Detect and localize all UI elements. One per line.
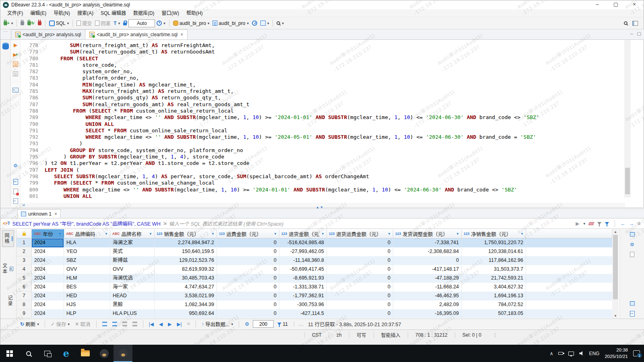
transaction-log-button[interactable]: ▾: [155, 20, 167, 27]
scroll-left-icon[interactable]: ◀: [21, 203, 25, 207]
code-line[interactable]: FROM (SELECT * FROM custom_online_sale_c…: [41, 180, 539, 186]
grid-cell[interactable]: 2024: [32, 292, 64, 300]
grid-cell[interactable]: -516,624,985.48: [279, 239, 327, 247]
table-row-5[interactable]: 52024HLM海澜优选30,485,703.430-8,695,921.930…: [17, 274, 612, 283]
database-selector[interactable]: audit_bi_pro▾: [172, 20, 211, 27]
code-line[interactable]: UNION ALL: [41, 121, 539, 128]
grid-cell[interactable]: 0: [327, 274, 393, 283]
grid-cell[interactable]: 2,274,894,947.2: [155, 239, 217, 247]
isolation-combo[interactable]: Auto: [128, 19, 155, 27]
grid-cell[interactable]: 150,640,159.5: [155, 247, 217, 256]
grid-cell[interactable]: 117,864,162.96: [462, 256, 526, 265]
chevron-down-icon[interactable]: ▾: [11, 21, 13, 25]
column-dropdown-icon[interactable]: ▼: [274, 232, 277, 236]
grid-cell[interactable]: -300,753.96: [279, 300, 327, 309]
grid-cell[interactable]: 784,072.52: [462, 300, 526, 309]
grid-cell[interactable]: 海一家: [110, 283, 155, 292]
taskbar-search-button[interactable]: [19, 345, 38, 362]
code-line[interactable]: FROM (SELECT * FROM custom_online_sale_r…: [41, 108, 539, 114]
grid-cell[interactable]: 2024: [32, 265, 64, 274]
grid-cell[interactable]: 2024: [32, 247, 64, 256]
tray-chevron-icon[interactable]: ∧: [550, 351, 553, 356]
code-line[interactable]: SUM(real_return_goods_amt) AS real_retur…: [41, 101, 539, 108]
grid-cell[interactable]: -1,331,338.71: [279, 283, 327, 292]
first-row-button[interactable]: |◀: [148, 321, 155, 328]
expand-query-icon[interactable]: ⇲: [163, 221, 167, 226]
code-line[interactable]: platform_order_no,: [41, 75, 539, 81]
rollback-button[interactable]: 回滚: [94, 19, 111, 27]
row-number[interactable]: 2: [17, 247, 32, 256]
column-dropdown-icon[interactable]: ▼: [321, 232, 324, 236]
chevron-down-icon[interactable]: ▾: [583, 222, 585, 226]
column-header-1[interactable]: ABC品牌编码▼: [64, 229, 110, 238]
grid-cell[interactable]: 0: [217, 239, 279, 247]
column-header-2[interactable]: ABC品牌名称▼: [110, 229, 155, 238]
grid-cell[interactable]: 0: [217, 283, 279, 292]
menu-item-4[interactable]: SQL 编辑器: [97, 9, 130, 17]
table-row-3[interactable]: 32024SBZ斯搏兹129,012,523.760-11,148,360.80…: [17, 256, 612, 265]
task-view-button[interactable]: [38, 345, 57, 362]
reconnect-button[interactable]: ↻: [26, 20, 35, 26]
view-tab-text[interactable]: A 文本: [2, 261, 14, 277]
grid-cell[interactable]: 129,012,523.76: [155, 256, 217, 265]
grid-cell[interactable]: 3,404,627.32: [462, 283, 526, 292]
save-button[interactable]: ✓保存▾: [50, 319, 71, 329]
menu-item-0[interactable]: 文件(F): [4, 9, 27, 17]
table-row-6[interactable]: 62024BES海一家4,747,634.270-1,331,338.710-1…: [17, 283, 612, 292]
menu-item-7[interactable]: 帮助(H): [183, 9, 206, 17]
grid-cell[interactable]: HEAD: [110, 292, 155, 300]
menu-item-5[interactable]: 数据库(D): [130, 9, 158, 17]
clear-filter-icon[interactable]: [588, 222, 594, 225]
dashboard-button[interactable]: [251, 20, 258, 27]
grid-cell[interactable]: 英式: [110, 247, 155, 256]
code-line[interactable]: SUM(return_goods_qty) AS return_goods_qt…: [41, 95, 539, 101]
grid-cell[interactable]: HED: [64, 292, 110, 300]
history-forward-icon[interactable]: →: [629, 221, 634, 226]
grid-cell[interactable]: 0: [327, 265, 393, 274]
prev-row-button[interactable]: ◀: [158, 321, 164, 328]
column-header-0[interactable]: ABC年份▼: [32, 229, 64, 238]
menu-item-2[interactable]: 导航(N): [50, 9, 74, 17]
speaker-icon[interactable]: [579, 351, 584, 356]
filter-input[interactable]: 输入一个 SQL 表达式来过滤结果 (使用 Ctrl+Space): [169, 220, 573, 227]
file-explorer-button[interactable]: [76, 345, 95, 362]
grid-cell[interactable]: -7,338,741: [393, 239, 462, 247]
splitter-collapse-icons[interactable]: ▲▼: [316, 206, 324, 209]
code-line[interactable]: WHERE mgclear_time <> '' AND SUBSTR(mgcl…: [41, 187, 539, 193]
grid-cell[interactable]: -27,993,462.05: [279, 247, 327, 256]
network-tray-icon[interactable]: [568, 352, 574, 356]
result-grid[interactable]: ABC年份▼ABC品牌编码▼ABC品牌名称▼123销售金额（元）▼123运费金额…: [17, 229, 612, 319]
start-button[interactable]: [0, 345, 19, 362]
grid-cell[interactable]: 1,694,196.13: [462, 292, 526, 300]
scroll-up-icon[interactable]: ▲: [612, 230, 619, 234]
delete-row-button[interactable]: [131, 321, 138, 327]
sql-code[interactable]: SUM(return_freight_amt_t) AS returnFreig…: [41, 42, 539, 200]
grid-cell[interactable]: YEO: [64, 247, 110, 256]
explain-plan-button[interactable]: [12, 70, 19, 77]
apply-filter-icon[interactable]: ▶: [576, 221, 579, 226]
column-dropdown-icon[interactable]: ▼: [388, 232, 391, 236]
grid-cell[interactable]: -1,797,362.91: [279, 292, 327, 300]
row-filter-button[interactable]: 11: [276, 321, 289, 328]
grid-cell[interactable]: 507,183.05: [462, 309, 526, 318]
grid-cell[interactable]: 0: [217, 292, 279, 300]
table-row-9[interactable]: 92024HLPHLA PLUS950,692.640-427,114.50-1…: [17, 309, 612, 318]
code-line[interactable]: UNION ALL: [41, 193, 539, 200]
code-line[interactable]: MAX(return_freight_amt) AS return_freigh…: [41, 88, 539, 95]
editor-settings-button[interactable]: ⚙: [12, 162, 19, 169]
grid-vertical-scrollbar[interactable]: ▲ ▼: [612, 229, 619, 319]
view-tab-grid[interactable]: 网格: [2, 230, 14, 247]
grid-corner-cell[interactable]: [17, 229, 32, 238]
grid-settings-button[interactable]: ⚙: [244, 320, 250, 328]
code-line[interactable]: MIN(mgclear_time) AS mgclear_time_t,: [41, 82, 539, 88]
code-line[interactable]: FROM (SELECT: [41, 56, 539, 62]
column-header-3[interactable]: 123销售金额（元）▼: [155, 229, 217, 238]
row-number[interactable]: 7: [17, 292, 32, 300]
tab-analysis-sql[interactable]: <audit_bi_pro> analysis.sql: [11, 29, 85, 39]
column-header-5[interactable]: 123退货金额（元）▼: [279, 229, 327, 238]
menu-item-3[interactable]: 搜索(A): [74, 9, 97, 17]
tab-close-icon[interactable]: ×: [180, 32, 183, 37]
grid-cell[interactable]: HLA: [64, 239, 110, 247]
connect-button[interactable]: [19, 21, 25, 26]
editor-vertical-scrollbar[interactable]: ▼: [624, 40, 631, 197]
